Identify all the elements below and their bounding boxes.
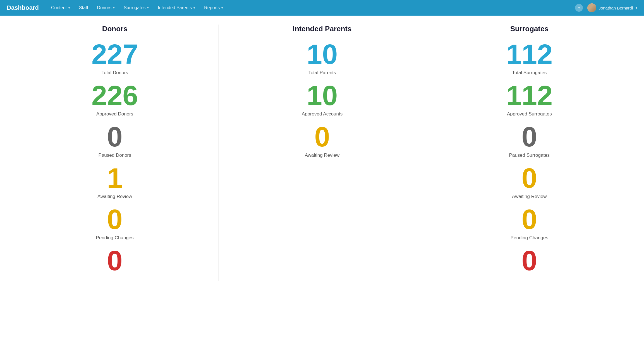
donors-paused-label: Paused Donors	[99, 153, 131, 158]
surrogates-pending-label: Pending Changes	[511, 235, 548, 241]
donors-paused-stat: 0 Paused Donors	[18, 121, 212, 158]
surrogates-awaiting-value: 0	[522, 163, 537, 193]
intended-parents-column: Intended Parents 10 Total Parents 10 App…	[218, 25, 425, 281]
surrogates-paused-stat: 0 Paused Surrogates	[433, 121, 626, 158]
parents-awaiting-stat: 0 Awaiting Review	[225, 121, 419, 158]
surrogates-total-stat: 112 Total Surrogates	[433, 39, 626, 76]
parents-awaiting-value: 0	[314, 121, 330, 152]
nav-right: ? Jonathan Bernardi ▾	[575, 3, 637, 12]
donors-extra-value: 0	[107, 245, 123, 276]
surrogates-approved-value: 112	[506, 80, 553, 111]
chevron-down-icon: ▾	[113, 6, 115, 10]
surrogates-paused-label: Paused Surrogates	[509, 153, 550, 158]
surrogates-extra-stat: 0	[433, 245, 626, 276]
donors-approved-stat: 226 Approved Donors	[18, 80, 212, 117]
surrogates-awaiting-label: Awaiting Review	[512, 194, 547, 199]
nav-staff[interactable]: Staff	[76, 3, 92, 13]
parents-total-value: 10	[307, 39, 337, 69]
dashboard-grid: Donors 227 Total Donors 226 Approved Don…	[0, 16, 644, 290]
surrogates-total-value: 112	[506, 39, 553, 69]
chevron-down-icon: ▾	[147, 6, 149, 10]
nav-brand: Dashboard	[7, 4, 39, 11]
parents-approved-value: 10	[307, 80, 337, 111]
donors-pending-stat: 0 Pending Changes	[18, 204, 212, 241]
chevron-down-icon: ▾	[68, 6, 70, 10]
surrogates-pending-stat: 0 Pending Changes	[433, 204, 626, 241]
surrogates-approved-stat: 112 Approved Surrogates	[433, 80, 626, 117]
donors-awaiting-label: Awaiting Review	[97, 194, 132, 199]
surrogates-total-label: Total Surrogates	[512, 70, 547, 76]
donors-total-label: Total Donors	[101, 70, 128, 76]
nav-reports[interactable]: Reports ▾	[201, 3, 226, 13]
donors-awaiting-value: 1	[107, 163, 123, 193]
nav-intended-parents[interactable]: Intended Parents ▾	[154, 3, 198, 13]
avatar	[587, 3, 596, 12]
donors-awaiting-stat: 1 Awaiting Review	[18, 163, 212, 199]
intended-parents-title: Intended Parents	[293, 25, 352, 33]
donors-approved-value: 226	[92, 80, 138, 111]
parents-approved-stat: 10 Approved Accounts	[225, 80, 419, 117]
donors-paused-value: 0	[107, 121, 123, 152]
chevron-down-icon: ▾	[636, 6, 637, 10]
nav-surrogates[interactable]: Surrogates ▾	[120, 3, 152, 13]
surrogates-approved-label: Approved Surrogates	[507, 111, 552, 117]
nav-donors[interactable]: Donors ▾	[94, 3, 118, 13]
donors-approved-label: Approved Donors	[96, 111, 133, 117]
donors-pending-value: 0	[107, 204, 123, 235]
donors-pending-label: Pending Changes	[96, 235, 134, 241]
surrogates-pending-value: 0	[522, 204, 537, 235]
parents-total-stat: 10 Total Parents	[225, 39, 419, 76]
donors-extra-stat: 0	[18, 245, 212, 276]
donors-total-stat: 227 Total Donors	[18, 39, 212, 76]
help-button[interactable]: ?	[575, 4, 583, 12]
parents-total-label: Total Parents	[308, 70, 336, 76]
chevron-down-icon: ▾	[221, 6, 223, 10]
nav-content[interactable]: Content ▾	[48, 3, 73, 13]
user-menu[interactable]: Jonathan Bernardi ▾	[587, 3, 637, 12]
donors-title: Donors	[102, 25, 128, 33]
parents-approved-label: Approved Accounts	[302, 111, 343, 117]
parents-awaiting-label: Awaiting Review	[305, 153, 339, 158]
surrogates-title: Surrogates	[510, 25, 549, 33]
donors-total-value: 227	[92, 39, 138, 69]
nav-links: Content ▾ Staff Donors ▾ Surrogates ▾ In…	[48, 3, 575, 13]
chevron-down-icon: ▾	[193, 6, 195, 10]
donors-column: Donors 227 Total Donors 226 Approved Don…	[11, 25, 218, 281]
surrogates-column: Surrogates 112 Total Surrogates 112 Appr…	[426, 25, 633, 281]
surrogates-extra-value: 0	[522, 245, 537, 276]
surrogates-awaiting-stat: 0 Awaiting Review	[433, 163, 626, 199]
main-nav: Dashboard Content ▾ Staff Donors ▾ Surro…	[0, 0, 644, 16]
avatar-image	[587, 3, 596, 12]
surrogates-paused-value: 0	[522, 121, 537, 152]
